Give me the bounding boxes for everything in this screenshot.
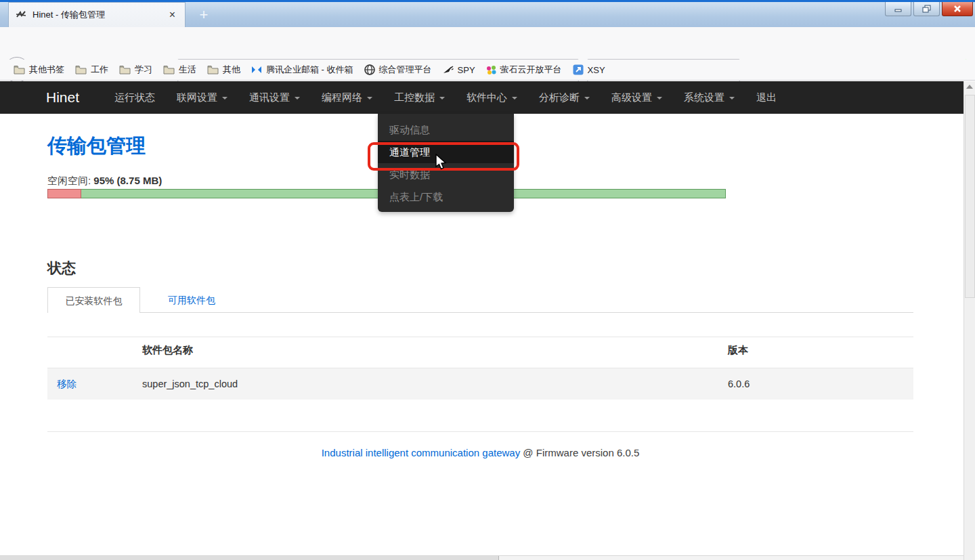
site-favicon xyxy=(16,9,26,20)
globe-icon xyxy=(364,64,375,75)
tabs-divider xyxy=(47,312,913,313)
bookmark-label: 生活 xyxy=(179,64,196,76)
nav-item-software-center[interactable]: 软件中心 xyxy=(456,81,528,114)
nav-item-run-status[interactable]: 运行状态 xyxy=(104,81,166,114)
restore-icon xyxy=(922,5,932,14)
close-button[interactable] xyxy=(942,2,973,16)
free-space-label: 空闲空间: xyxy=(47,175,91,186)
xsy-icon xyxy=(573,64,584,75)
package-name-cell: super_json_tcp_cloud xyxy=(142,368,238,400)
tab-installed-packages[interactable]: 已安装软件包 xyxy=(47,287,140,313)
bookmark-folder-misc[interactable]: 其他 xyxy=(202,62,246,78)
scroll-up-arrow-icon[interactable] xyxy=(966,85,973,89)
close-icon xyxy=(953,5,962,13)
browser-tab-bar: Hinet - 传输包管理 × + xyxy=(0,2,975,27)
remove-link[interactable]: 移除 xyxy=(57,368,77,400)
vertical-scrollbar[interactable] xyxy=(963,81,975,560)
minimize-button[interactable] xyxy=(885,2,911,16)
footer-firmware-text: @ Firmware version 6.0.5 xyxy=(520,447,639,458)
bookmark-label: 其他书签 xyxy=(29,64,64,76)
folder-icon xyxy=(207,65,219,74)
col-header-version: 版本 xyxy=(728,344,748,357)
nav-item-analysis-diagnosis[interactable]: 分析诊断 xyxy=(528,81,601,114)
bookmark-label: 学习 xyxy=(135,64,152,76)
horizontal-scrollbar[interactable] xyxy=(0,555,963,560)
bookmark-folder-study[interactable]: 学习 xyxy=(114,62,158,78)
bookmark-tencent-exmail[interactable]: 腾讯企业邮箱 - 收件箱 xyxy=(246,62,359,78)
minimize-icon xyxy=(894,5,903,13)
site-page: Hinet 运行状态 联网设置 通讯设置 编程网络 工控数据 软件中心 分析诊断… xyxy=(0,81,963,555)
mouse-cursor-icon xyxy=(435,154,448,171)
tab-available-packages[interactable]: 可用软件包 xyxy=(154,287,229,313)
footer-gateway-link[interactable]: Industrial intelligent communication gat… xyxy=(322,447,521,458)
vertical-scrollbar-thumb[interactable] xyxy=(965,95,975,298)
tab-close-icon[interactable]: × xyxy=(167,9,178,21)
folder-icon xyxy=(163,65,175,74)
bookmark-folder-work[interactable]: 工作 xyxy=(70,62,114,78)
new-tab-button[interactable]: + xyxy=(192,6,215,25)
horizontal-scrollbar-thumb[interactable] xyxy=(0,556,499,560)
status-heading: 状态 xyxy=(47,259,76,278)
site-brand[interactable]: Hinet xyxy=(46,89,79,106)
nav-item-system-settings[interactable]: 系统设置 xyxy=(673,81,745,114)
site-footer: Industrial intelligent communication gat… xyxy=(47,447,913,458)
col-header-package-name: 软件包名称 xyxy=(142,344,193,357)
table-top-line xyxy=(47,337,913,337)
bookmark-xsy[interactable]: XSY xyxy=(567,62,611,78)
nav-item-advanced-settings[interactable]: 高级设置 xyxy=(601,81,673,114)
bookmark-label: 工作 xyxy=(91,64,108,76)
browser-toolbar: ← → ↻ ⌂ 192.168.9.99/cgi-bin/luci/;stok=… xyxy=(0,27,975,60)
folder-icon xyxy=(14,65,25,74)
bookmark-label: 腾讯企业邮箱 - 收件箱 xyxy=(266,64,353,76)
bookmark-label: 综合管理平台 xyxy=(379,64,432,76)
page-title: 传输包管理 xyxy=(47,133,146,160)
bookmarks-bar: 其他书签 工作 学习 生活 其他 腾讯企业邮箱 - 收件箱 xyxy=(0,60,975,81)
table-bottom-line xyxy=(47,431,913,432)
browser-tab[interactable]: Hinet - 传输包管理 × xyxy=(8,2,186,27)
bookmark-ezviz[interactable]: 萤石云开放平台 xyxy=(481,62,567,78)
free-space-text: 空闲空间: 95% (8.75 MB) xyxy=(47,175,162,188)
progress-used-segment xyxy=(47,189,81,198)
bookmark-folder-life[interactable]: 生活 xyxy=(158,62,202,78)
table-row: 移除 super_json_tcp_cloud 6.0.6 xyxy=(47,368,913,400)
restore-button[interactable] xyxy=(913,2,940,16)
tab-title: Hinet - 传输包管理 xyxy=(32,9,160,21)
window-controls xyxy=(885,2,973,16)
bookmark-mgmt-platform[interactable]: 综合管理平台 xyxy=(359,62,437,78)
bookmark-label: XSY xyxy=(588,65,605,75)
menu-item-point-table-updown[interactable]: 点表上/下载 xyxy=(378,186,514,208)
nav-item-industrial-data[interactable]: 工控数据 xyxy=(383,81,456,114)
nav-item-comm-settings[interactable]: 通讯设置 xyxy=(238,81,311,114)
bookmark-label: SPY xyxy=(458,65,475,75)
package-version-cell: 6.0.6 xyxy=(728,368,750,400)
site-nav-bar: Hinet 运行状态 联网设置 通讯设置 编程网络 工控数据 软件中心 分析诊断… xyxy=(0,81,963,114)
folder-icon xyxy=(75,65,87,74)
screen: Hinet - 传输包管理 × + ← xyxy=(0,0,975,560)
nav-item-logout[interactable]: 退出 xyxy=(745,81,787,114)
nav-item-programming-network[interactable]: 编程网络 xyxy=(311,81,383,114)
menu-item-driver-info[interactable]: 驱动信息 xyxy=(378,119,514,141)
dart-icon xyxy=(443,65,454,74)
bookmark-folder-other-bookmarks[interactable]: 其他书签 xyxy=(8,62,70,78)
ezviz-icon xyxy=(486,65,496,75)
nav-item-network-settings[interactable]: 联网设置 xyxy=(166,81,238,114)
folder-icon xyxy=(119,65,131,74)
bookmark-label: 其他 xyxy=(223,64,240,76)
bookmark-label: 萤石云开放平台 xyxy=(500,64,562,76)
tencent-exmail-icon xyxy=(251,65,262,74)
bookmark-spy[interactable]: SPY xyxy=(437,62,481,78)
free-space-value: 95% (8.75 MB) xyxy=(93,175,162,186)
